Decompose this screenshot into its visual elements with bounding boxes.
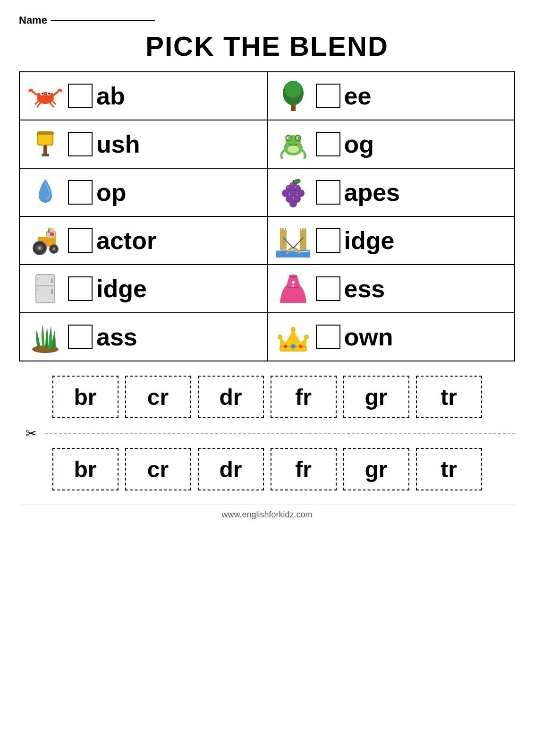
svg-rect-60 <box>282 228 284 231</box>
blends-row-2: br cr dr fr gr tr <box>19 448 515 490</box>
drop-icon <box>26 173 64 211</box>
blend-card-fr-1: fr <box>271 376 337 418</box>
svg-point-5 <box>42 93 43 94</box>
svg-point-43 <box>294 186 297 189</box>
answer-box-frog <box>316 132 340 156</box>
bridge-icon <box>274 222 312 259</box>
table-row: actor <box>19 216 515 265</box>
svg-rect-71 <box>51 289 53 294</box>
cell-tractor-actor: actor <box>19 216 267 265</box>
cell-drop-op: op <box>19 168 267 216</box>
name-line <box>51 20 155 21</box>
svg-point-80 <box>299 345 302 348</box>
svg-line-7 <box>32 91 37 95</box>
blends-row-1: br cr dr fr gr tr <box>19 376 515 418</box>
scissors-icon: ✂ <box>25 426 36 441</box>
svg-rect-56 <box>50 232 54 236</box>
blend-card-gr-2: gr <box>343 448 409 490</box>
svg-point-81 <box>291 327 295 331</box>
svg-rect-59 <box>280 228 281 231</box>
blend-card-cr-2: cr <box>125 448 191 490</box>
svg-point-6 <box>48 93 50 94</box>
svg-line-9 <box>54 91 59 95</box>
cell-brush-ush: ush <box>19 120 267 168</box>
svg-point-82 <box>278 335 282 339</box>
cell-grapes-apes: apes <box>267 168 515 216</box>
svg-point-54 <box>53 248 55 250</box>
ending-ab: ab <box>96 82 125 110</box>
table-row: op <box>19 168 515 216</box>
svg-point-55 <box>50 228 54 232</box>
cell-crown-own: own <box>267 313 515 361</box>
svg-point-44 <box>290 183 293 186</box>
svg-point-51 <box>38 247 41 249</box>
cell-bridge-idge: idge <box>267 216 515 265</box>
svg-rect-21 <box>42 154 49 156</box>
brush-icon <box>26 125 64 163</box>
blends-section: br cr dr fr gr tr ✂ br cr dr fr gr tr <box>19 376 515 490</box>
name-label-area: Name <box>19 14 515 26</box>
ending-own: own <box>344 323 393 351</box>
fridge-icon <box>26 270 64 308</box>
ending-idge-fridge: idge <box>96 275 147 303</box>
tractor-icon <box>26 222 64 259</box>
blend-card-dr-2: dr <box>198 448 264 490</box>
svg-point-1 <box>37 93 41 97</box>
ending-actor: actor <box>96 226 156 255</box>
dress-icon <box>274 270 312 308</box>
blend-card-tr-2: tr <box>416 448 482 490</box>
ending-ush: ush <box>96 130 140 158</box>
crab-icon <box>26 77 64 115</box>
svg-rect-63 <box>302 228 304 231</box>
answer-box-bridge <box>316 228 340 253</box>
answer-box-grass <box>68 325 93 349</box>
answer-box-grapes <box>316 180 340 205</box>
svg-rect-70 <box>51 278 53 283</box>
cell-tree-ee: ee <box>267 72 515 120</box>
svg-rect-72 <box>37 278 38 280</box>
svg-rect-61 <box>285 228 286 231</box>
ending-idge-bridge: idge <box>344 226 395 255</box>
ending-ee: ee <box>344 82 372 110</box>
table-row: ab ee <box>19 72 515 120</box>
blend-card-gr-1: gr <box>343 376 409 418</box>
blend-card-dr-1: dr <box>198 376 264 418</box>
ending-op: op <box>96 178 127 206</box>
blend-card-tr-1: tr <box>416 376 482 418</box>
ending-og: og <box>344 130 374 158</box>
blend-card-cr-1: cr <box>125 376 191 418</box>
svg-point-79 <box>284 345 287 348</box>
page-title: PICK THE BLEND <box>19 30 515 62</box>
svg-point-29 <box>297 137 299 139</box>
table-row: ush <box>19 120 515 168</box>
svg-point-74 <box>292 281 295 284</box>
svg-point-35 <box>289 182 297 189</box>
footer: www.englishforkidz.com <box>19 505 515 520</box>
ending-ess: ess <box>344 275 385 303</box>
tree-icon <box>274 77 312 115</box>
answer-box-drop <box>68 180 93 205</box>
answer-box-brush <box>68 132 93 156</box>
svg-point-2 <box>50 93 54 97</box>
footer-url: www.englishforkidz.com <box>221 510 312 519</box>
blend-card-br-2: br <box>52 448 119 490</box>
cell-dress-ess: ess <box>267 265 515 313</box>
svg-point-30 <box>288 146 299 153</box>
blend-card-fr-2: fr <box>271 448 337 490</box>
ending-apes: apes <box>344 178 400 206</box>
svg-point-41 <box>289 200 297 207</box>
svg-rect-64 <box>305 228 306 231</box>
answer-box-dress <box>316 276 340 301</box>
svg-point-42 <box>287 186 289 189</box>
scissors-area: ✂ <box>19 426 515 441</box>
cell-crab-ab: ab <box>19 72 267 120</box>
answer-box-fridge <box>68 276 93 301</box>
table-row: ass <box>19 313 515 361</box>
answer-box-tree <box>316 84 340 108</box>
exercise-table: ab ee <box>19 71 515 361</box>
grapes-icon <box>274 173 312 211</box>
svg-rect-19 <box>37 132 54 135</box>
name-label: Name <box>19 14 47 26</box>
grass-icon <box>26 318 64 356</box>
frog-icon <box>274 125 312 163</box>
